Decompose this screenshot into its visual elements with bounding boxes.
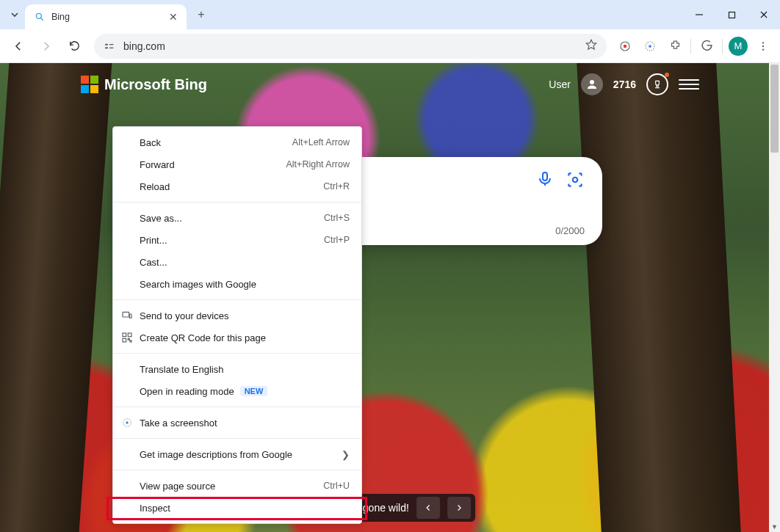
rewards-trophy-icon[interactable] — [646, 73, 668, 95]
google-shortcut-icon[interactable] — [696, 35, 718, 57]
new-badge: NEW — [240, 386, 268, 396]
image-search-icon[interactable] — [566, 170, 585, 192]
bing-favicon-icon — [34, 11, 46, 23]
context-menu-label: Open in reading mode — [140, 386, 234, 397]
context-menu-item[interactable]: ReloadCtrl+R — [113, 175, 361, 197]
context-menu-label: Inspect — [140, 503, 170, 514]
svg-point-16 — [762, 48, 764, 50]
voice-search-icon[interactable] — [536, 170, 554, 191]
svg-line-1 — [41, 18, 43, 21]
context-menu-label: Take a screenshot — [140, 418, 217, 429]
rewards-points[interactable]: 2716 — [613, 79, 636, 90]
context-menu-item[interactable]: Save as...Ctrl+S — [113, 207, 361, 229]
forward-button[interactable] — [34, 34, 59, 59]
svg-rect-18 — [543, 172, 547, 181]
extensions-button[interactable] — [664, 35, 686, 57]
context-menu-separator — [113, 470, 361, 470]
toolbar-separator — [690, 39, 691, 54]
svg-rect-27 — [130, 340, 131, 342]
svg-rect-21 — [123, 312, 129, 317]
context-menu-item[interactable]: Take a screenshot — [113, 412, 361, 434]
svg-point-0 — [36, 13, 41, 18]
svg-rect-23 — [123, 333, 126, 337]
context-menu-separator — [113, 353, 361, 354]
context-menu-separator — [113, 438, 361, 439]
address-bar[interactable]: bing.com — [94, 34, 607, 59]
context-menu-label: Create QR Code for this page — [140, 332, 266, 343]
caption-prev-button[interactable] — [416, 497, 440, 519]
svg-rect-6 — [105, 43, 108, 45]
context-menu-item[interactable]: Search images with Google — [113, 273, 361, 295]
svg-point-29 — [126, 421, 128, 423]
caption-next-button[interactable] — [447, 497, 471, 519]
site-info-icon[interactable] — [103, 40, 116, 53]
bing-logo-text: Microsoft Bing — [104, 76, 207, 93]
context-menu-item[interactable]: Cast... — [113, 251, 361, 273]
toolbar-separator — [722, 39, 723, 54]
user-label[interactable]: User — [549, 79, 571, 90]
context-menu-separator — [113, 299, 361, 300]
browser-menu-button[interactable] — [752, 35, 774, 57]
context-menu-label: Translate to English — [140, 364, 223, 375]
context-menu-item[interactable]: ForwardAlt+Right Arrow — [113, 153, 361, 175]
bing-header: Microsoft Bing User 2716 — [81, 73, 699, 95]
context-menu-item[interactable]: Get image descriptions from Google❯ — [113, 443, 361, 465]
context-menu-item[interactable]: BackAlt+Left Arrow — [113, 131, 361, 153]
tree-trunk-decor — [577, 63, 740, 532]
context-menu-label: Get image descriptions from Google — [140, 449, 292, 460]
browser-tab[interactable]: Bing ✕ — [25, 4, 187, 29]
shortcut-label: Ctrl+P — [324, 235, 350, 245]
context-menu-item[interactable]: Translate to English — [113, 358, 361, 380]
context-menu-item[interactable]: Inspect — [113, 497, 361, 519]
window-close-button[interactable] — [748, 0, 780, 29]
context-menu-label: Save as... — [140, 213, 182, 224]
submenu-arrow-icon: ❯ — [342, 449, 350, 460]
scroll-thumb[interactable] — [770, 65, 779, 153]
context-menu-item[interactable]: Create QR Code for this page — [113, 327, 361, 349]
window-maximize-button[interactable] — [715, 0, 748, 29]
microsoft-logo-icon — [81, 76, 98, 93]
window-minimize-button[interactable] — [683, 0, 715, 29]
svg-point-14 — [762, 42, 764, 43]
scroll-down-arrow-icon[interactable]: ▼ — [769, 521, 780, 532]
context-menu-label: Forward — [140, 159, 175, 170]
svg-rect-26 — [128, 338, 129, 340]
tab-search-dropdown[interactable] — [4, 4, 25, 25]
devices-icon — [120, 309, 134, 322]
profile-avatar[interactable]: M — [727, 35, 749, 57]
context-menu-label: View page source — [140, 481, 215, 492]
svg-rect-3 — [729, 12, 734, 18]
bookmark-star-icon[interactable] — [585, 38, 598, 54]
extension-icon-2[interactable] — [639, 35, 661, 57]
reload-button[interactable] — [62, 34, 87, 59]
new-tab-button[interactable]: + — [191, 4, 212, 25]
context-menu: BackAlt+Left ArrowForwardAlt+Right Arrow… — [112, 126, 362, 524]
svg-rect-22 — [129, 314, 131, 318]
context-menu-item[interactable]: Print...Ctrl+P — [113, 229, 361, 251]
qr-icon — [120, 331, 134, 344]
back-button[interactable] — [6, 34, 31, 59]
context-menu-label: Reload — [140, 181, 170, 192]
context-menu-item[interactable]: View page sourceCtrl+U — [113, 475, 361, 497]
tab-close-button[interactable]: ✕ — [167, 11, 179, 23]
shortcut-label: Ctrl+R — [323, 181, 350, 192]
svg-rect-25 — [123, 338, 126, 342]
context-menu-item[interactable]: Open in reading modeNEW — [113, 380, 361, 402]
context-menu-item[interactable]: Send to your devices — [113, 305, 361, 327]
svg-point-17 — [590, 80, 594, 84]
shortcut-label: Alt+Left Arrow — [292, 137, 350, 147]
context-menu-label: Back — [140, 137, 161, 148]
shortcut-label: Alt+Right Arrow — [286, 159, 350, 170]
context-menu-separator — [113, 202, 361, 203]
context-menu-label: Search images with Google — [140, 279, 256, 290]
tab-title: Bing — [51, 12, 162, 22]
camera-icon — [120, 416, 134, 429]
svg-rect-7 — [105, 47, 108, 48]
svg-point-11 — [624, 44, 627, 48]
user-avatar-icon[interactable] — [581, 73, 603, 95]
context-menu-label: Print... — [140, 235, 167, 246]
bing-menu-button[interactable] — [679, 74, 699, 95]
context-menu-label: Send to your devices — [140, 310, 228, 321]
vertical-scrollbar[interactable]: ▲ ▼ — [769, 63, 780, 532]
extension-icon-1[interactable] — [614, 35, 636, 57]
